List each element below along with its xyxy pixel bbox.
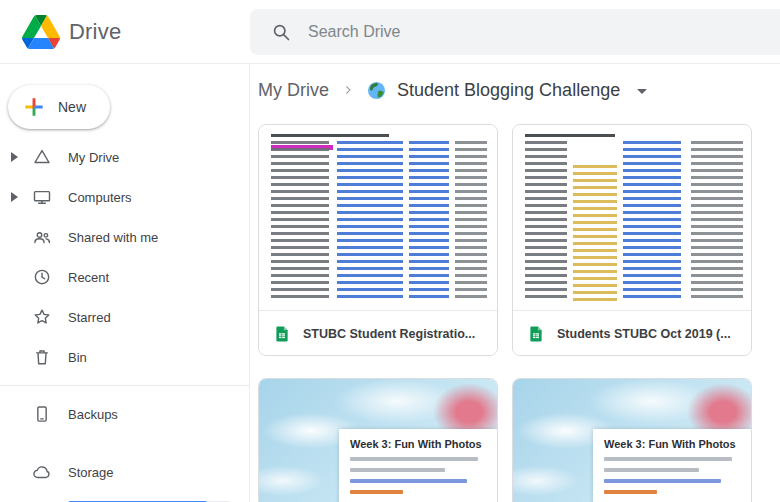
multicolor-plus-icon: [21, 94, 47, 120]
sidebar-item-computers[interactable]: Computers: [0, 177, 249, 217]
sidebar: New My Drive: [0, 64, 250, 502]
new-button-label: New: [58, 99, 86, 115]
file-grid: STUBC Student Registratio...: [258, 124, 780, 502]
clock-icon: [30, 267, 54, 287]
thumbnail-doc-title: Week 3: Fun With Photos: [604, 438, 743, 450]
breadcrumb-my-drive[interactable]: My Drive: [258, 80, 329, 101]
file-thumbnail: Week 3: Fun With Photos: [259, 379, 497, 502]
trash-icon: [30, 347, 54, 367]
file-thumbnail: [259, 125, 497, 311]
sidebar-item-label: Backups: [68, 407, 118, 422]
sidebar-divider: [0, 385, 249, 386]
file-card-footer: Students STUBC Oct 2019 (...: [513, 311, 751, 356]
sidebar-item-label: Shared with me: [68, 230, 158, 245]
sidebar-item-starred[interactable]: Starred: [0, 297, 249, 337]
device-backup-icon: [30, 404, 54, 424]
sidebar-item-storage[interactable]: Storage: [0, 452, 249, 492]
new-button[interactable]: New: [8, 85, 110, 129]
file-card[interactable]: Students STUBC Oct 2019 (...: [512, 124, 752, 356]
drive-triangle-icon: [30, 147, 54, 167]
drive-logo-area[interactable]: Drive: [0, 15, 250, 49]
sidebar-item-label: Storage: [68, 465, 114, 480]
file-card[interactable]: STUBC Student Registratio...: [258, 124, 498, 356]
breadcrumb-current-folder[interactable]: Student Blogging Challenge: [397, 80, 620, 101]
file-title: STUBC Student Registratio...: [303, 327, 475, 341]
file-thumbnail: Week 3: Fun With Photos: [513, 379, 751, 502]
breadcrumb: My Drive Student Blogging Challenge: [258, 77, 780, 103]
search-bar[interactable]: [250, 9, 780, 55]
file-thumbnail: [513, 125, 751, 311]
google-drive-app: Drive New: [0, 0, 780, 502]
sidebar-item-label: Starred: [68, 310, 111, 325]
search-input[interactable]: [308, 23, 780, 41]
sidebar-item-shared-with-me[interactable]: Shared with me: [0, 217, 249, 257]
computer-icon: [30, 187, 54, 207]
sheets-icon: [273, 325, 291, 343]
breadcrumb-chevron-icon: [340, 82, 356, 98]
sidebar-item-recent[interactable]: Recent: [0, 257, 249, 297]
people-icon: [30, 227, 54, 247]
expand-arrow-icon[interactable]: [10, 152, 30, 162]
sidebar-item-label: Bin: [68, 350, 87, 365]
thumbnail-doc-title: Week 3: Fun With Photos: [350, 438, 489, 450]
cloud-icon: [30, 462, 54, 482]
sidebar-item-label: Recent: [68, 270, 109, 285]
folder-globe-icon: [367, 81, 386, 100]
sidebar-item-label: My Drive: [68, 150, 119, 165]
expand-arrow-icon[interactable]: [10, 192, 30, 202]
sidebar-item-my-drive[interactable]: My Drive: [0, 137, 249, 177]
search-icon[interactable]: [271, 22, 291, 42]
drive-logo-icon: [22, 15, 60, 49]
folder-dropdown-icon[interactable]: [637, 89, 647, 94]
sidebar-item-label: Computers: [68, 190, 132, 205]
sidebar-item-backups[interactable]: Backups: [0, 394, 249, 434]
sheets-icon: [527, 325, 545, 343]
file-card[interactable]: Week 3: Fun With Photos: [512, 378, 752, 502]
top-bar: Drive: [0, 0, 780, 64]
app-title: Drive: [69, 19, 121, 45]
file-card-footer: STUBC Student Registratio...: [259, 311, 497, 356]
file-title: Students STUBC Oct 2019 (...: [557, 327, 731, 341]
star-icon: [30, 307, 54, 327]
thumbnail-doc-page: Week 3: Fun With Photos: [339, 429, 497, 502]
thumbnail-doc-page: Week 3: Fun With Photos: [593, 429, 751, 502]
main-content: My Drive Student Blogging Challenge: [250, 64, 780, 502]
sidebar-item-bin[interactable]: Bin: [0, 337, 249, 377]
sidebar-nav: My Drive Computers: [0, 137, 249, 377]
file-card[interactable]: Week 3: Fun With Photos: [258, 378, 498, 502]
